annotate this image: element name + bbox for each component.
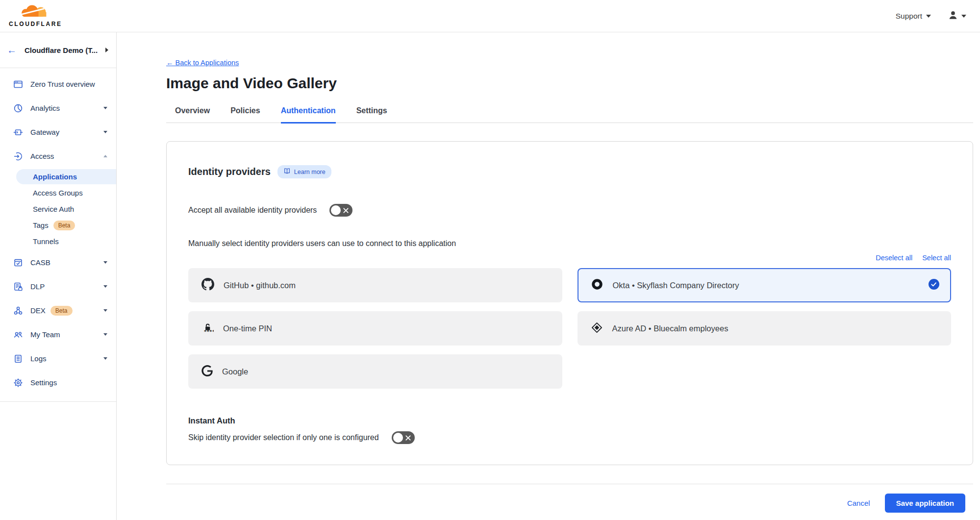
provider-name: Azure AD • Bluecalm employees bbox=[612, 324, 729, 333]
sidebar-item-zero-trust-overview[interactable]: Zero Trust overview bbox=[0, 72, 116, 96]
chevron-down-icon bbox=[961, 15, 966, 18]
sidebar-item-logs[interactable]: Logs bbox=[0, 347, 116, 371]
tab-policies[interactable]: Policies bbox=[230, 106, 260, 124]
support-menu[interactable]: Support bbox=[896, 12, 931, 21]
casb-icon bbox=[13, 258, 23, 268]
toggle-knob bbox=[393, 433, 403, 443]
beta-badge: Beta bbox=[50, 306, 73, 316]
deselect-all-link[interactable]: Deselect all bbox=[876, 254, 912, 262]
top-bar: CLOUDFLARE Support bbox=[0, 0, 980, 32]
sidebar-item-settings[interactable]: Settings bbox=[0, 371, 116, 395]
team-icon bbox=[13, 330, 23, 340]
learn-more-label: Learn more bbox=[294, 169, 326, 175]
sidebar-item-label: Zero Trust overview bbox=[30, 80, 95, 88]
okta-icon bbox=[591, 278, 603, 293]
sidebar-item-access[interactable]: Access bbox=[0, 144, 116, 168]
sidebar-item-analytics[interactable]: Analytics bbox=[0, 96, 116, 120]
support-label: Support bbox=[896, 12, 922, 21]
instant-auth-heading: Instant Auth bbox=[188, 416, 951, 425]
provider-tile-github[interactable]: GitHub • github.com bbox=[188, 268, 562, 302]
sidebar-item-label: Settings bbox=[30, 378, 57, 387]
access-sub-list: Applications Access Groups Service Auth … bbox=[0, 169, 116, 249]
toggle-x-icon bbox=[405, 435, 411, 441]
sidebar-item-label: DEX bbox=[30, 306, 46, 315]
tab-overview[interactable]: Overview bbox=[175, 106, 210, 124]
provider-tile-okta[interactable]: Okta • Skyflash Company Directory bbox=[578, 268, 952, 302]
main-content: ← Back to Applications Image and Video G… bbox=[117, 32, 980, 520]
footer-divider bbox=[166, 484, 973, 484]
brand-wordmark: CLOUDFLARE bbox=[9, 21, 62, 27]
chevron-down-icon bbox=[103, 261, 107, 264]
logs-icon bbox=[13, 354, 23, 364]
chevron-down-icon bbox=[103, 357, 107, 360]
sidebar-item-label: Logs bbox=[30, 354, 47, 363]
chevron-down-icon bbox=[103, 285, 107, 288]
provider-tile-azure-ad[interactable]: Azure AD • Bluecalm employees bbox=[578, 311, 952, 346]
sidebar-item-label: Access bbox=[30, 152, 54, 160]
provider-tile-google[interactable]: Google bbox=[188, 354, 562, 389]
chevron-down-icon bbox=[926, 15, 931, 18]
sidebar-item-access-groups[interactable]: Access Groups bbox=[0, 185, 116, 201]
chevron-down-icon bbox=[103, 107, 107, 109]
dex-icon bbox=[13, 306, 23, 316]
sidebar-item-label: My Team bbox=[30, 330, 60, 339]
manual-select-label: Manually select identity providers users… bbox=[188, 239, 951, 248]
sidebar-item-dlp[interactable]: DLP bbox=[0, 274, 116, 298]
learn-more-badge[interactable]: Learn more bbox=[277, 165, 331, 178]
sidebar-item-tags[interactable]: Tags Beta bbox=[0, 217, 116, 233]
tab-authentication[interactable]: Authentication bbox=[281, 106, 336, 124]
chevron-right-icon bbox=[105, 48, 108, 52]
sidebar-item-service-auth[interactable]: Service Auth bbox=[0, 201, 116, 217]
sidebar-item-label: CASB bbox=[30, 258, 50, 267]
svg-text:****: **** bbox=[204, 329, 214, 334]
tab-label: Overview bbox=[175, 106, 210, 115]
back-to-applications-link[interactable]: ← Back to Applications bbox=[166, 59, 239, 67]
window-icon bbox=[13, 79, 23, 89]
sidebar-item-tunnels[interactable]: Tunnels bbox=[0, 233, 116, 249]
user-menu[interactable] bbox=[948, 10, 966, 23]
provider-name: Google bbox=[222, 367, 248, 376]
sidebar-item-label: Service Auth bbox=[33, 205, 74, 213]
save-application-button[interactable]: Save application bbox=[885, 494, 965, 513]
page-title: Image and Video Gallery bbox=[166, 75, 973, 92]
sidebar-item-gateway[interactable]: Gateway bbox=[0, 120, 116, 144]
accept-all-toggle[interactable] bbox=[329, 204, 352, 217]
github-icon bbox=[201, 278, 214, 293]
book-icon bbox=[283, 168, 291, 176]
tab-bar: Overview Policies Authentication Setting… bbox=[166, 106, 973, 123]
chevron-up-icon bbox=[103, 155, 107, 157]
footer-actions: Cancel Save application bbox=[166, 494, 973, 513]
provider-tile-one-time-pin[interactable]: **** One-time PIN bbox=[188, 311, 562, 346]
pie-chart-icon bbox=[13, 103, 23, 113]
tab-label: Authentication bbox=[281, 106, 336, 115]
sidebar-item-applications[interactable]: Applications bbox=[16, 169, 116, 184]
select-all-link[interactable]: Select all bbox=[922, 254, 951, 262]
sidebar-item-label: Applications bbox=[33, 173, 77, 181]
instant-auth-label: Skip identity provider selection if only… bbox=[188, 433, 379, 442]
tab-label: Policies bbox=[230, 106, 260, 115]
provider-name: GitHub • github.com bbox=[224, 281, 296, 290]
chevron-down-icon bbox=[103, 333, 107, 336]
sidebar-item-dex[interactable]: DEX Beta bbox=[0, 298, 116, 322]
tab-settings[interactable]: Settings bbox=[356, 106, 387, 124]
access-icon bbox=[13, 151, 23, 161]
cancel-button[interactable]: Cancel bbox=[847, 499, 870, 507]
instant-auth-toggle[interactable] bbox=[392, 431, 415, 444]
user-icon bbox=[948, 10, 958, 23]
sidebar-item-label: Tags bbox=[33, 221, 49, 229]
sidebar-item-casb[interactable]: CASB bbox=[0, 250, 116, 274]
sidebar-item-my-team[interactable]: My Team bbox=[0, 322, 116, 347]
sidebar-item-label: Gateway bbox=[30, 128, 59, 136]
chevron-down-icon bbox=[103, 309, 107, 312]
provider-name: Okta • Skyflash Company Directory bbox=[613, 281, 739, 290]
sidebar-item-label: Analytics bbox=[30, 104, 60, 112]
gateway-icon bbox=[13, 127, 23, 137]
sidebar-item-label: DLP bbox=[30, 282, 45, 291]
chevron-down-icon bbox=[103, 131, 107, 133]
account-switcher[interactable]: ← Cloudflare Demo (T... bbox=[0, 32, 116, 68]
selected-check-icon bbox=[929, 279, 939, 292]
google-icon bbox=[201, 365, 213, 378]
cloudflare-logo[interactable]: CLOUDFLARE bbox=[9, 4, 62, 27]
identity-providers-card: Identity providers Learn more Accept all… bbox=[166, 141, 973, 465]
back-arrow-icon[interactable]: ← bbox=[7, 45, 17, 55]
